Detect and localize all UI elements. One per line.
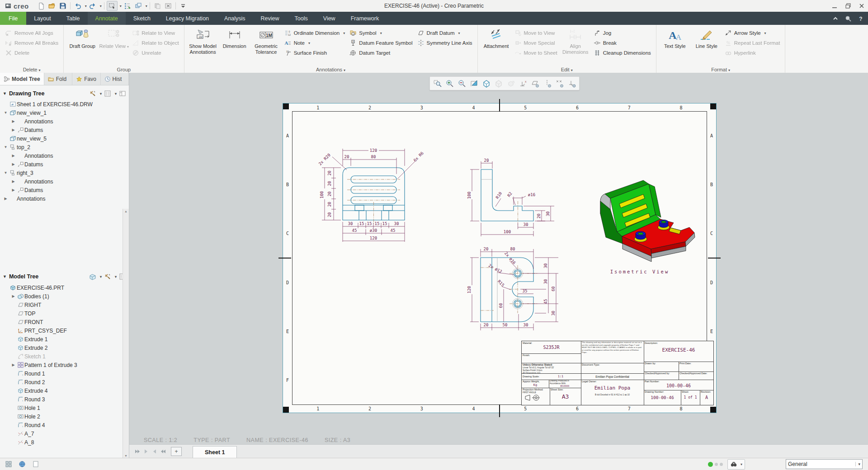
move-to-sheet-button[interactable]: Move to Sheet	[513, 48, 559, 58]
select-box-dropdown-icon[interactable]: ▾	[120, 4, 122, 8]
drawing-sheet[interactable]: 12345678 12345678 ABCDEF ABCDEF	[283, 103, 717, 413]
expand-closed-icon[interactable]: ▶	[10, 154, 16, 158]
expand-closed-icon[interactable]: ▶	[10, 162, 16, 166]
panel-toggle-icon[interactable]	[119, 90, 126, 97]
tree-item-sketch-1[interactable]: Sketch 1	[0, 352, 123, 361]
tree-item-prt-csys-def[interactable]: PRT_CSYS_DEF	[0, 326, 123, 335]
model-tree-header[interactable]: ▼ Model Tree ▾ ▾	[0, 271, 129, 282]
saved-orientations-button[interactable]	[493, 78, 504, 89]
save-button[interactable]	[58, 1, 68, 10]
tree-item-new-view-5[interactable]: new_view_5	[0, 134, 123, 143]
cleanup-dimensions-button[interactable]: Cleanup Dimensions	[592, 48, 652, 58]
datum-feature-symbol-button[interactable]: ADatum Feature Symbol	[348, 38, 414, 48]
tree-item-round-4[interactable]: Round 4	[0, 421, 123, 429]
group-group-label[interactable]: Group	[64, 67, 184, 72]
page-status-button[interactable]	[31, 460, 41, 469]
align-dimensions-button[interactable]: Align Dimensions	[561, 27, 590, 55]
relate-to-object-button[interactable]: Relate to Object	[131, 38, 180, 48]
expand-open-icon[interactable]: ▼	[3, 111, 9, 115]
plane-display-button[interactable]	[529, 78, 541, 89]
csys-display-button[interactable]	[566, 78, 577, 89]
tree-item-annotations[interactable]: ▶Annotations	[0, 117, 123, 126]
help-icon[interactable]: ?	[857, 15, 864, 22]
zoom-in-button[interactable]	[444, 78, 455, 89]
draft-group-button[interactable]: Draft Group	[67, 27, 97, 49]
expand-closed-icon[interactable]: ▶	[10, 119, 16, 123]
redo-dropdown-icon[interactable]: ▾	[100, 4, 102, 8]
paste-disabled-button[interactable]	[152, 1, 162, 10]
collapse-ribbon-icon[interactable]	[832, 15, 839, 22]
scroll-up-icon[interactable]: ▲	[123, 210, 129, 213]
tree-item-hole-1[interactable]: Hole 1	[0, 404, 123, 412]
expand-closed-icon[interactable]: ▶	[3, 197, 9, 201]
top-view[interactable]: 20 80 120 2x ø16 2x ø12 R15 35 60 30 30 …	[466, 242, 561, 333]
search-icon[interactable]	[844, 15, 852, 22]
sheet-tab[interactable]: Sheet 1	[193, 446, 237, 458]
expand-closed-icon[interactable]: ▶	[10, 128, 16, 132]
symmetry-line-axis-button[interactable]: Symmetry Line Axis	[416, 38, 474, 48]
tree-item-round-2[interactable]: Round 2	[0, 378, 123, 386]
tree-item-exercise-46-prt[interactable]: EXERCISE-46.PRT	[0, 283, 123, 292]
expand-closed-icon[interactable]: ▶	[10, 188, 16, 192]
datum-display-button[interactable]: x	[517, 78, 528, 89]
previous-sheet-icon[interactable]	[142, 448, 150, 455]
tree-item-annotations[interactable]: ▶Annotations	[0, 151, 123, 160]
tab-table[interactable]: Table	[59, 12, 88, 25]
app-menu-icon[interactable]	[5, 2, 12, 9]
drawing-tree-header[interactable]: ▼ Drawing Tree ▾ ▾	[0, 88, 129, 99]
tree-item-sheet-1-of-exercise-46-drw[interactable]: Sheet 1 of EXERCISE-46.DRW	[0, 100, 123, 108]
front-view[interactable]: 120 20 80 2x R20 6x R6 100 20 20 20 20 2…	[311, 140, 443, 249]
window-switch-button[interactable]	[133, 1, 143, 10]
last-sheet-icon[interactable]	[160, 448, 167, 455]
expand-closed-icon[interactable]: ▶	[10, 294, 16, 298]
minimize-button-icon[interactable]	[831, 2, 838, 9]
remove-all-jogs-button[interactable]: Remove All Jogs	[4, 28, 60, 38]
tab-analysis[interactable]: Analysis	[217, 12, 253, 25]
expand-open-icon[interactable]: ▼	[3, 145, 9, 149]
tree-item-round-3[interactable]: Round 3	[0, 395, 123, 404]
tree-item-pattern-1-of-extrude-3[interactable]: ▶Pattern 1 of Extrude 3	[0, 361, 123, 369]
tree-item-extrude-4[interactable]: Extrude 4	[0, 386, 123, 395]
expand-closed-icon[interactable]: ▶	[10, 363, 16, 367]
text-style-button[interactable]: AAText Style	[660, 27, 690, 49]
scroll-down-icon[interactable]: ▼	[123, 454, 129, 457]
tab-framework[interactable]: Framework	[343, 12, 387, 25]
tree-item-extrude-1[interactable]: Extrude 1	[0, 335, 123, 343]
close-window-x-button[interactable]	[163, 1, 173, 10]
tab-layout[interactable]: Layout	[26, 12, 59, 25]
refit-button[interactable]	[468, 78, 480, 89]
redo-button[interactable]	[88, 1, 98, 10]
tree-item-right-3[interactable]: ▼right_3	[0, 169, 123, 177]
show-model-annotations-button[interactable]: .1MShow Model Annotations	[188, 27, 218, 55]
tab-review[interactable]: Review	[253, 12, 287, 25]
tree-item-annotations[interactable]: ▶Annotations	[0, 194, 123, 203]
move-special-button[interactable]: Move Special	[513, 38, 559, 48]
globe-button[interactable]	[17, 460, 27, 469]
next-sheet-icon[interactable]	[151, 448, 158, 455]
open-folder-button[interactable]	[47, 1, 57, 10]
tree-item-annotations[interactable]: ▶Annotations	[0, 177, 123, 186]
datum-target-button[interactable]: Datum Target	[348, 48, 414, 58]
tab-view[interactable]: View	[316, 12, 343, 25]
new-doc-button[interactable]	[36, 1, 46, 10]
ordinate-dimension-button[interactable]: 012Ordinate Dimension▾	[283, 28, 347, 38]
tree-item-a-7[interactable]: A_7	[0, 429, 123, 438]
note-button[interactable]: ANote▾	[283, 38, 347, 48]
tree-item-bodies-1[interactable]: ▶Bodies (1)	[0, 292, 123, 301]
selection-filter-dropdown[interactable]: General▾	[786, 459, 863, 469]
annotations-group-label[interactable]: Annotations▾	[184, 67, 477, 72]
dimension-button[interactable]: Dimension	[220, 27, 250, 49]
delete-group-label[interactable]: Delete▾	[0, 67, 63, 72]
navigator-tab-hist[interactable]: Hist	[101, 73, 129, 85]
collapse-arrow-icon[interactable]: ▼	[3, 274, 7, 279]
tree-tools-icon[interactable]	[104, 273, 111, 280]
first-sheet-icon[interactable]	[134, 448, 141, 455]
tree-item-datums[interactable]: ▶Datums	[0, 126, 123, 134]
tab-annotate[interactable]: Annotate	[88, 12, 126, 25]
tab-file[interactable]: File	[0, 12, 26, 25]
tree-settings-icon[interactable]	[104, 90, 111, 97]
jog-button[interactable]: Jog	[592, 28, 652, 38]
window-switch-dropdown-icon[interactable]: ▾	[146, 4, 147, 8]
edit-group-label[interactable]: Edit▾	[478, 67, 656, 72]
line-style-button[interactable]: Line Style	[692, 27, 722, 49]
